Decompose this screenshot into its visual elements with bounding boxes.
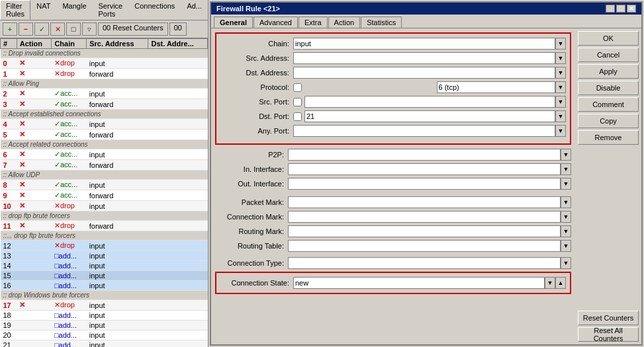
src-port-dropdown-btn[interactable]: ▼: [555, 96, 566, 108]
tab-mangle[interactable]: Mangle: [56, 0, 92, 20]
reset-counters-button[interactable]: Reset Counters: [578, 311, 639, 325]
tab-action[interactable]: Action: [328, 17, 361, 28]
table-row[interactable]: 0✕✕dropinput: [1, 58, 208, 69]
routing-mark-dropdown-btn[interactable]: ▼: [561, 225, 571, 237]
reset-counters-button[interactable]: 00 Reset Counters: [98, 22, 168, 36]
remove-button[interactable]: −: [19, 22, 33, 36]
any-port-input[interactable]: [293, 125, 555, 137]
cell-src: [148, 89, 208, 99]
table-row[interactable]: 15□add...input: [1, 271, 208, 281]
tab-advanced[interactable]: Advanced: [253, 17, 298, 28]
tab-ad[interactable]: Ad...: [181, 0, 208, 20]
reset-counters2-button[interactable]: 00: [169, 22, 187, 36]
copy-button[interactable]: Copy: [578, 114, 639, 128]
p2p-dropdown-btn[interactable]: ▼: [561, 149, 571, 161]
tab-service-ports[interactable]: Service Ports: [93, 0, 129, 20]
routing-mark-input[interactable]: [288, 225, 561, 237]
packet-mark-input[interactable]: [288, 196, 561, 208]
out-interface-input[interactable]: [288, 178, 561, 190]
table-row[interactable]: 9✕✓acc...forward: [1, 190, 208, 201]
table-row[interactable]: 16□add...input: [1, 281, 208, 291]
table-row[interactable]: 20□add...input: [1, 330, 208, 340]
cancel-button[interactable]: Cancel: [578, 48, 639, 62]
connection-mark-input[interactable]: [288, 211, 561, 223]
routing-table-input[interactable]: [288, 240, 561, 252]
table-row[interactable]: 5✕✓acc...forward: [1, 130, 208, 140]
cell-action: □add...: [52, 340, 87, 348]
cell-src: [148, 241, 208, 251]
connection-type-input[interactable]: [288, 257, 561, 269]
protocol-dropdown-btn[interactable]: ▼: [555, 81, 566, 93]
ok-button[interactable]: OK: [578, 31, 639, 46]
src-port-label: Src. Port:: [220, 98, 293, 106]
table-row[interactable]: 19□add...input: [1, 321, 208, 330]
p2p-input[interactable]: [288, 149, 561, 161]
dst-address-dropdown-btn[interactable]: ▼: [555, 67, 566, 79]
table-row[interactable]: 8✕✓acc...input: [1, 180, 208, 190]
out-interface-dropdown-btn[interactable]: ▼: [561, 178, 571, 190]
table-row[interactable]: 17✕✕dropinput: [1, 300, 208, 311]
table-row[interactable]: 11✕✕dropforward: [1, 221, 208, 231]
src-port-input[interactable]: [304, 96, 555, 108]
packet-mark-dropdown-btn[interactable]: ▼: [561, 196, 571, 208]
protocol-checkbox[interactable]: [293, 83, 302, 92]
tab-statistics[interactable]: Statistics: [361, 17, 402, 28]
tab-connections[interactable]: Connections: [128, 0, 181, 20]
maximize-button[interactable]: □: [616, 5, 625, 13]
enable-button[interactable]: ✓: [34, 22, 49, 36]
tab-nat[interactable]: NAT: [30, 0, 56, 20]
src-address-input[interactable]: [293, 52, 555, 64]
connection-state-multi-btn[interactable]: ▼: [545, 277, 555, 289]
remove-button[interactable]: Remove: [578, 130, 639, 145]
dst-port-dropdown-btn[interactable]: ▼: [555, 110, 566, 122]
chain-dropdown-btn[interactable]: ▼: [555, 38, 566, 50]
table-row[interactable]: 6✕✓acc...input: [1, 149, 208, 160]
table-row[interactable]: 12✕dropinput: [1, 241, 208, 251]
table-row[interactable]: 1✕✕dropforward: [1, 69, 208, 79]
table-row[interactable]: 18□add...input: [1, 311, 208, 321]
tab-general[interactable]: General: [214, 17, 253, 28]
table-row[interactable]: 4✕✓acc...input: [1, 119, 208, 130]
cell-src: [148, 251, 208, 261]
connection-type-dropdown-btn[interactable]: ▼: [561, 257, 571, 269]
any-port-dropdown-btn[interactable]: ▼: [555, 125, 566, 137]
connection-mark-dropdown-btn[interactable]: ▼: [561, 211, 571, 223]
table-row[interactable]: 7✕✓acc...forward: [1, 160, 208, 171]
tab-filter-rules[interactable]: Filter Rules: [0, 0, 30, 20]
in-interface-dropdown: ▼: [288, 163, 571, 175]
action-buttons-panel: OK Cancel Apply Disable Comment Copy Rem…: [575, 28, 641, 344]
table-row[interactable]: 3✕✓acc...forward: [1, 99, 208, 110]
apply-button[interactable]: Apply: [578, 64, 639, 79]
in-interface-input[interactable]: [288, 163, 561, 175]
comment-button[interactable]: Comment: [578, 97, 639, 112]
connection-state-up-btn[interactable]: ▲: [555, 277, 566, 289]
chain-input[interactable]: [293, 38, 555, 50]
packet-mark-row: Packet Mark: ▼: [215, 196, 571, 208]
table-row[interactable]: 10✕✕dropinput: [1, 201, 208, 212]
dst-address-input[interactable]: [293, 67, 555, 79]
tab-extra[interactable]: Extra: [299, 17, 328, 28]
connection-state-input[interactable]: [293, 277, 545, 289]
src-address-dropdown-btn[interactable]: ▼: [555, 52, 566, 64]
table-row[interactable]: 13□add...input: [1, 251, 208, 261]
filter-button[interactable]: ▿: [82, 22, 97, 36]
add-button[interactable]: +: [3, 22, 17, 36]
routing-table-dropdown-btn[interactable]: ▼: [561, 240, 571, 252]
minimize-button[interactable]: _: [606, 5, 615, 13]
disable-button[interactable]: ✕: [50, 22, 65, 36]
dst-port-checkbox[interactable]: [293, 112, 302, 121]
reset-all-counters-button[interactable]: Reset All Counters: [578, 327, 639, 342]
dst-port-label: Dst. Port:: [220, 112, 293, 120]
src-port-checkbox[interactable]: [293, 98, 302, 106]
cell-disabled: [17, 261, 52, 271]
in-interface-dropdown-btn[interactable]: ▼: [561, 163, 571, 175]
right-panel: Firewall Rule <21> _ □ ✕ General Advance…: [208, 0, 644, 347]
protocol-input[interactable]: [437, 81, 556, 93]
copy-button[interactable]: □: [66, 22, 81, 36]
disable-button[interactable]: Disable: [578, 81, 639, 95]
table-row[interactable]: 21□add...input: [1, 340, 208, 348]
dst-port-input[interactable]: [304, 110, 555, 122]
table-row[interactable]: 2✕✓acc...input: [1, 89, 208, 99]
table-row[interactable]: 14□add...input: [1, 261, 208, 271]
close-button[interactable]: ✕: [627, 5, 636, 13]
